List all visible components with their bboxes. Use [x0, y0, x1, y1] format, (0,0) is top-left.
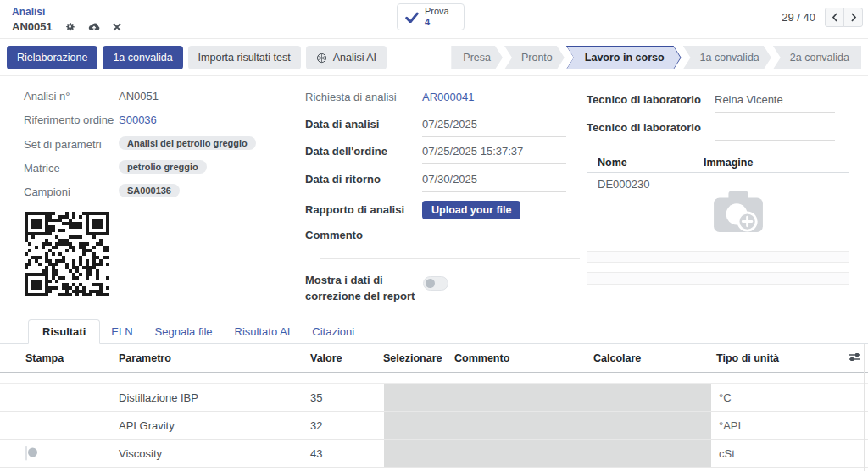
- unit-cell: cSt: [719, 447, 735, 460]
- field-order-ref: Riferimento ordine S00036: [24, 114, 157, 126]
- breadcrumb: Analisi AN0051: [12, 3, 121, 33]
- tab-eln[interactable]: ELN: [100, 319, 143, 343]
- field-technician-2: Tecnico di laboratorio: [587, 121, 835, 141]
- status-step-pronto[interactable]: Pronto: [504, 46, 565, 69]
- cloud-upload-icon[interactable]: [87, 22, 101, 32]
- statusbar: Presa Pronto Lavoro in corso 1a convalid…: [451, 46, 861, 69]
- header-commento[interactable]: Commento: [454, 352, 509, 364]
- header-valore[interactable]: Valore: [310, 352, 342, 364]
- header-calcolare[interactable]: Calcolare: [593, 352, 641, 364]
- technician-2-label: Tecnico di laboratorio: [587, 121, 715, 134]
- field-order-date: Data dell'ordine 07/25/2025 15:37:37: [305, 145, 566, 164]
- value-cell[interactable]: 35: [310, 391, 322, 404]
- table-row[interactable]: Viscosity 43 cSt: [0, 440, 868, 468]
- samples-tag: SA000136: [119, 184, 180, 197]
- results-table-header: Stampa Parametro Valore Selezionare Comm…: [0, 344, 868, 373]
- table-row[interactable]: API Gravity 32 °API: [0, 412, 868, 440]
- order-date-input[interactable]: 07/25/2025 15:37:37: [422, 145, 566, 164]
- analysis-date-label: Data di analisi: [305, 118, 422, 130]
- import-test-results-button[interactable]: Importa risultati test: [188, 46, 301, 69]
- field-matrix: Matrice petrolio greggio: [24, 160, 207, 175]
- technician-2-input[interactable]: [715, 121, 835, 141]
- parameter-cell: Distillazione IBP: [119, 391, 198, 404]
- tab-citazioni[interactable]: Citazioni: [301, 319, 365, 343]
- qr-code: [23, 210, 111, 298]
- field-analysis-request: Richiesta di analisi AR000041: [305, 91, 474, 103]
- header-tipo-di-unita[interactable]: Tipo di unità: [716, 352, 779, 364]
- status-step-lavoro-in-corso[interactable]: Lavoro in corso: [566, 46, 682, 69]
- show-correction-toggle[interactable]: [423, 276, 448, 291]
- print-toggle[interactable]: [25, 446, 27, 461]
- parameter-cell: Viscosity: [119, 447, 162, 460]
- ai-icon: [316, 53, 327, 64]
- status-step-1a-convalida[interactable]: 1a convalida: [683, 46, 771, 69]
- parameter-set-label: Set di parametri: [24, 136, 119, 151]
- header-selezionare[interactable]: Selezionare: [383, 352, 442, 364]
- table-row[interactable]: Distillazione IBP 35 °C: [0, 384, 868, 412]
- table-spacer-row: [0, 373, 868, 384]
- technician-1-input[interactable]: Reina Vicente: [715, 93, 835, 113]
- order-date-label: Data dell'ordine: [305, 145, 422, 158]
- return-date-input[interactable]: 07/30/2025: [422, 173, 566, 192]
- first-validation-button[interactable]: 1a convalida: [103, 46, 182, 69]
- analysis-report-label: Rapporto di analisi: [305, 201, 422, 216]
- return-date-label: Data di ritorno: [305, 173, 422, 186]
- pager-count: 29 / 40: [782, 11, 815, 24]
- camera-plus-icon[interactable]: [712, 188, 765, 237]
- tab-segnala-file[interactable]: Segnala file: [144, 319, 224, 343]
- devices-name-header: Nome: [598, 157, 627, 169]
- value-cell[interactable]: 43: [310, 447, 322, 460]
- ai-analysis-button[interactable]: Analisi AI: [306, 46, 387, 69]
- tab-risultato-ai[interactable]: Risultato AI: [224, 319, 302, 343]
- field-analysis-no: Analisi n° AN0051: [24, 90, 159, 103]
- action-toolbar: Rielaborazione 1a convalida Importa risu…: [0, 40, 868, 76]
- header-parametro[interactable]: Parametro: [119, 352, 171, 364]
- disabled-cells: [384, 384, 711, 411]
- unit-cell: °C: [719, 391, 732, 404]
- check-icon: [405, 12, 419, 23]
- status-step-presa[interactable]: Presa: [451, 46, 503, 69]
- field-show-correction: Mostra i dati di correzione del report: [305, 273, 448, 305]
- disabled-cells: [384, 440, 711, 467]
- close-icon[interactable]: [113, 23, 121, 31]
- field-samples: Campioni SA000136: [24, 184, 180, 198]
- analysis-form-view: Analisi AN0051 Prova 4: [0, 0, 868, 471]
- show-correction-label: Mostra i dati di correzione del report: [305, 273, 417, 305]
- analysis-request-link[interactable]: AR000041: [422, 91, 474, 103]
- devices-image-header: Immagine: [704, 157, 753, 169]
- unit-cell: °API: [719, 419, 741, 432]
- header-stampa[interactable]: Stampa: [25, 352, 64, 364]
- analysis-date-input[interactable]: 07/25/2025: [422, 118, 566, 137]
- pager: 29 / 40: [782, 8, 863, 27]
- analysis-no-label: Analisi n°: [24, 90, 119, 103]
- value-cell[interactable]: 32: [310, 419, 322, 432]
- field-parameter-set: Set di parametri Analisi del petrolio gr…: [24, 136, 256, 151]
- disabled-cells: [384, 412, 711, 439]
- test-stat-button[interactable]: Prova 4: [397, 3, 465, 30]
- matrix-label: Matrice: [24, 160, 119, 175]
- analysis-no-value: AN0051: [119, 90, 159, 103]
- tab-risultati[interactable]: Risultati: [28, 319, 100, 344]
- order-ref-link[interactable]: S00036: [119, 114, 157, 126]
- form-right-border: [854, 83, 854, 293]
- device-name-cell: DE000230: [598, 178, 649, 191]
- pager-previous-button[interactable]: [825, 8, 844, 27]
- devices-empty-row: [587, 272, 849, 285]
- matrix-tag: petrolio greggio: [119, 160, 207, 174]
- samples-label: Campioni: [24, 184, 119, 198]
- gear-icon[interactable]: [64, 21, 75, 32]
- table-right-border: [864, 344, 865, 471]
- pager-next-button[interactable]: [843, 8, 863, 27]
- field-return-date: Data di ritorno 07/30/2025: [305, 173, 566, 192]
- results-table: Stampa Parametro Valore Selezionare Comm…: [0, 344, 868, 471]
- upload-file-button[interactable]: Upload your file: [422, 201, 520, 219]
- rework-button[interactable]: Rielaborazione: [7, 46, 97, 69]
- status-step-2a-convalida[interactable]: 2a convalida: [773, 46, 861, 69]
- technician-1-label: Tecnico di laboratorio: [587, 93, 715, 106]
- ai-analysis-label: Analisi AI: [333, 52, 376, 64]
- analysis-request-label: Richiesta di analisi: [305, 91, 422, 103]
- optional-columns-icon[interactable]: [848, 351, 861, 365]
- breadcrumb-app-link[interactable]: Analisi: [12, 6, 45, 18]
- parameter-cell: API Gravity: [119, 419, 175, 432]
- field-technician-1: Tecnico di laboratorio Reina Vicente: [587, 93, 835, 113]
